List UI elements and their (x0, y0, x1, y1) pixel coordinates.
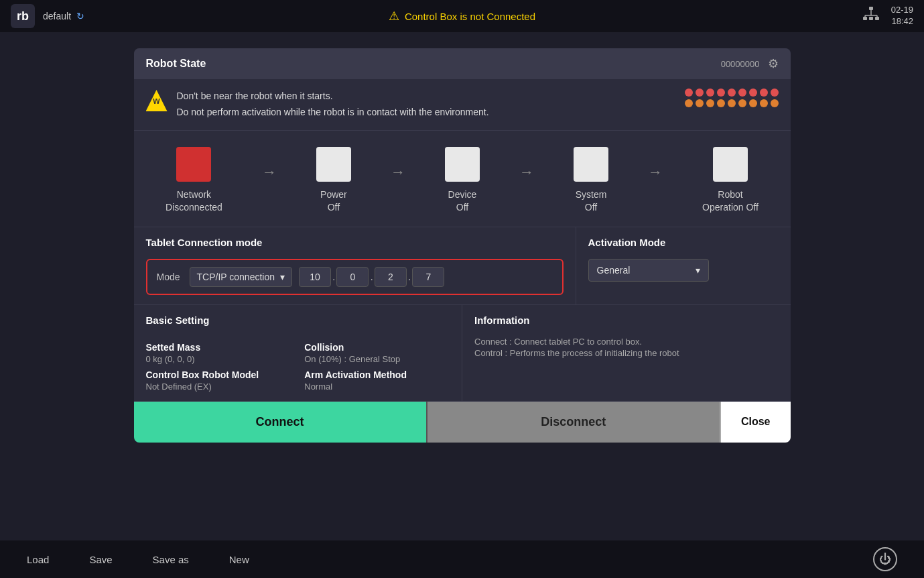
power-icon: ⏻ (879, 553, 891, 567)
step-label: RobotOperation Off (702, 188, 758, 215)
mode-select[interactable]: TCP/IP connection ▾ (190, 267, 292, 287)
status-dot (749, 99, 757, 107)
ip-octet-2[interactable] (336, 267, 369, 287)
step-arrow: → (262, 164, 277, 181)
step-device: DeviceOff (445, 147, 480, 215)
collision-value: On (10%) : General Stop (304, 354, 450, 364)
status-dot (728, 99, 736, 107)
step-robot-operation: RobotOperation Off (702, 147, 758, 215)
ip-dot: . (408, 271, 411, 283)
mode-row: Mode TCP/IP connection ▾ . . . (146, 259, 564, 295)
tablet-conn-title: Tablet Connection mode (146, 237, 564, 248)
step-label: DeviceOff (448, 188, 477, 215)
step-indicator (445, 147, 480, 182)
activation-select[interactable]: General ▾ (588, 259, 709, 282)
power-button[interactable]: ⏻ (873, 547, 897, 571)
dialog-header: Robot State 00000000 ⚙ (134, 48, 791, 79)
information-title: Information (474, 314, 779, 326)
close-button[interactable]: Close (720, 402, 791, 443)
step-arrow: → (648, 164, 663, 181)
warning-message: Don't be near the robot when it starts. … (177, 89, 489, 121)
status-dot (685, 89, 693, 97)
information-section: Information Connect : Connect tablet PC … (462, 305, 791, 401)
step-indicator (574, 147, 608, 182)
step-power: PowerOff (316, 147, 351, 215)
status-dot (696, 89, 704, 97)
dialog-header-right: 00000000 ⚙ (721, 56, 779, 71)
ip-octet-3[interactable] (375, 267, 407, 287)
cb-model-label: Control Box Robot Model (146, 369, 291, 380)
main-content: Robot State 00000000 ⚙ Don't be near the… (0, 32, 924, 540)
step-label: SystemOff (576, 188, 607, 215)
status-dot (738, 99, 746, 107)
basic-setting-grid: Setted Mass 0 kg (0, 0, 0) Control Box R… (146, 337, 450, 392)
network-icon (862, 5, 880, 27)
setted-mass-label: Setted Mass (146, 342, 291, 353)
app-logo: rb (11, 4, 35, 28)
ip-octet-1[interactable] (299, 267, 331, 287)
connection-warning: ⚠ Control Box is not Connected (389, 9, 535, 23)
new-button[interactable]: New (229, 554, 249, 565)
step-indicator (713, 147, 748, 182)
load-button[interactable]: Load (27, 554, 49, 565)
status-dot (771, 99, 779, 107)
step-label: NetworkDisconnected (166, 188, 222, 215)
collision-label: Collision (304, 342, 450, 353)
save-button[interactable]: Save (89, 554, 112, 565)
middle-section: Tablet Connection mode Mode TCP/IP conne… (134, 227, 791, 304)
status-dot (706, 99, 714, 107)
status-dot (706, 89, 714, 97)
action-buttons: Connect Disconnect Close (134, 401, 791, 443)
step-indicator (316, 147, 351, 182)
status-dot (717, 99, 725, 107)
dialog-title: Robot State (146, 58, 206, 70)
robot-state-dialog: Robot State 00000000 ⚙ Don't be near the… (134, 48, 791, 443)
step-network: NetworkDisconnected (166, 147, 222, 215)
bottom-section: Basic Setting Setted Mass 0 kg (0, 0, 0)… (134, 304, 791, 401)
svg-rect-2 (869, 17, 873, 20)
setted-mass-value: 0 kg (0, 0, 0) (146, 354, 291, 364)
clock: 02-19 18:42 (891, 5, 913, 27)
status-dot (771, 89, 779, 97)
state-steps: NetworkDisconnected → PowerOff → DeviceO… (134, 131, 791, 227)
activation-title: Activation Mode (588, 237, 779, 248)
info-line1: Connect : Connect tablet PC to control b… (474, 337, 779, 347)
settings-icon[interactable]: ⚙ (768, 56, 779, 71)
status-dot (760, 99, 768, 107)
status-dot (749, 89, 757, 97)
svg-rect-0 (869, 7, 873, 10)
step-arrow: → (391, 164, 405, 181)
cb-model-value: Not Defined (EX) (146, 382, 291, 392)
ip-dot: . (332, 271, 335, 283)
step-arrow: → (519, 164, 534, 181)
status-dot (728, 89, 736, 97)
ip-dot: . (370, 271, 373, 283)
warning-triangle-icon (146, 90, 168, 111)
chevron-down-icon: ▾ (696, 265, 700, 276)
save-as-button[interactable]: Save as (153, 554, 189, 565)
svg-rect-1 (863, 17, 867, 20)
topbar: rb default ↻ ⚠ Control Box is not Connec… (0, 0, 924, 32)
step-indicator (176, 147, 211, 182)
bottombar: Load Save Save as New ⏻ (0, 540, 924, 578)
mode-label: Mode (157, 272, 180, 282)
status-dot (760, 89, 768, 97)
disconnect-button[interactable]: Disconnect (426, 402, 720, 443)
chevron-down-icon: ▾ (280, 272, 285, 282)
status-dots (685, 89, 779, 107)
warning-icon: ⚠ (389, 9, 399, 23)
tablet-connection-section: Tablet Connection mode Mode TCP/IP conne… (134, 227, 576, 304)
status-dot (717, 89, 725, 97)
basic-setting-title: Basic Setting (146, 314, 450, 326)
info-line2: Control : Performs the process of initia… (474, 348, 779, 358)
warning-box: Don't be near the robot when it starts. … (134, 79, 791, 131)
step-system: SystemOff (574, 147, 608, 215)
activation-section: Activation Mode General ▾ (576, 227, 791, 304)
status-dot (696, 99, 704, 107)
arm-activation-label: Arm Activation Method (304, 369, 450, 380)
step-label: PowerOff (320, 188, 347, 215)
topbar-right: 02-19 18:42 (862, 5, 913, 27)
sync-icon[interactable]: ↻ (76, 11, 84, 21)
ip-octet-4[interactable] (412, 267, 444, 287)
connect-button[interactable]: Connect (134, 402, 426, 443)
